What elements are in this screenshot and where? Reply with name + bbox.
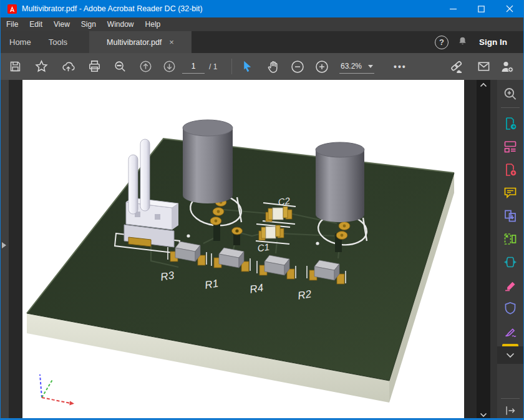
- zoom-out-icon[interactable]: [289, 53, 306, 80]
- page-number-input[interactable]: [182, 59, 205, 74]
- next-page-icon[interactable]: [160, 53, 178, 80]
- comment-icon[interactable]: [497, 181, 523, 204]
- more-tools-icon[interactable]: •••: [394, 53, 407, 80]
- quick-toolbar: / 1 63.2% •••: [1, 53, 523, 80]
- export-pdf-icon[interactable]: [497, 112, 523, 135]
- zoom-level-control[interactable]: 63.2%: [339, 59, 374, 74]
- chevron-down-icon: [368, 65, 373, 68]
- tab-close-icon[interactable]: ×: [169, 38, 174, 46]
- rail-divider-bottom: [501, 398, 520, 399]
- page-total: / 1: [209, 53, 217, 80]
- document-background-right: [464, 80, 477, 420]
- capacitor-cylinder-left: [183, 120, 233, 203]
- compress-pdf-icon[interactable]: [497, 250, 523, 273]
- notification-bell-icon[interactable]: [457, 36, 468, 49]
- scroll-up-icon[interactable]: [480, 82, 487, 87]
- label-c2: C2: [278, 195, 291, 208]
- hand-tool-icon[interactable]: [264, 53, 283, 80]
- scroll-down-icon[interactable]: [480, 413, 487, 418]
- create-pdf-icon[interactable]: [497, 158, 523, 181]
- help-icon[interactable]: ?: [435, 36, 449, 49]
- pcb-3d-view: C2 C1 R3 R1 R4 R2: [22, 80, 464, 420]
- pcb-board: [27, 139, 454, 403]
- share-link-icon[interactable]: [446, 53, 466, 80]
- label-r1: R1: [204, 277, 219, 291]
- close-button[interactable]: [495, 0, 523, 17]
- search-tools-icon[interactable]: [497, 82, 523, 105]
- search-icon[interactable]: [111, 53, 129, 80]
- tab-tools[interactable]: Tools: [40, 37, 76, 47]
- zoom-in-icon[interactable]: [313, 53, 331, 80]
- print-icon[interactable]: [85, 53, 103, 80]
- axis-indicator: [40, 374, 74, 406]
- share-cloud-icon[interactable]: [59, 53, 77, 80]
- previous-page-icon[interactable]: [137, 53, 154, 80]
- document-background-left: [9, 80, 22, 420]
- menu-view[interactable]: View: [48, 17, 75, 31]
- toolbar-separator: [231, 59, 232, 74]
- title-bar: Multivibrator.pdf - Adobe Acrobat Reader…: [1, 0, 523, 17]
- menu-sign[interactable]: Sign: [75, 17, 102, 31]
- tab-document[interactable]: Multivibrator.pdf ×: [89, 31, 192, 53]
- protect-icon[interactable]: [497, 296, 523, 320]
- chevron-down-icon: [506, 353, 515, 358]
- expand-right-pane-icon[interactable]: [497, 401, 523, 420]
- menu-file[interactable]: File: [1, 17, 24, 31]
- minimize-button[interactable]: [439, 0, 467, 17]
- save-icon[interactable]: [7, 53, 23, 80]
- right-gap: [490, 80, 497, 420]
- add-person-icon[interactable]: [497, 53, 517, 80]
- sign-in-button[interactable]: Sign In: [479, 37, 507, 47]
- label-c1: C1: [257, 242, 270, 254]
- label-r3: R3: [160, 269, 175, 283]
- label-r2: R2: [297, 288, 313, 301]
- rail-more-chevron[interactable]: [497, 346, 523, 364]
- main-area: C2 C1 R3 R1 R4 R2: [1, 80, 523, 420]
- tab-home[interactable]: Home: [1, 37, 40, 47]
- capacitor-cylinder-right: [316, 142, 364, 222]
- left-navigation-rail: [1, 80, 9, 420]
- vertical-scrollbar[interactable]: [477, 80, 490, 420]
- rail-divider: [501, 107, 520, 108]
- maximize-button[interactable]: [467, 0, 495, 17]
- select-tool-icon[interactable]: [238, 53, 256, 80]
- tab-document-label: Multivibrator.pdf: [107, 38, 162, 47]
- window-title: Multivibrator.pdf - Adobe Acrobat Reader…: [22, 4, 203, 13]
- combine-files-icon[interactable]: [497, 204, 523, 227]
- star-icon[interactable]: [32, 53, 50, 80]
- redact-icon[interactable]: [497, 273, 523, 296]
- tab-bar: Home Tools Multivibrator.pdf × ? Sign In: [1, 31, 523, 53]
- fill-sign-icon[interactable]: [497, 320, 523, 343]
- acrobat-window: Multivibrator.pdf - Adobe Acrobat Reader…: [0, 0, 524, 420]
- edit-pdf-icon[interactable]: [497, 135, 523, 158]
- expand-left-pane-icon[interactable]: [2, 242, 6, 248]
- menu-edit[interactable]: Edit: [24, 17, 48, 31]
- menu-bar: File Edit View Sign Window Help: [1, 17, 523, 31]
- adobe-pdf-icon: [7, 4, 17, 14]
- organize-pages-icon[interactable]: [497, 227, 523, 250]
- label-r4: R4: [249, 281, 264, 295]
- right-tools-rail: [497, 80, 523, 420]
- menu-window[interactable]: Window: [102, 17, 140, 31]
- zoom-level-value: 63.2%: [341, 62, 362, 71]
- pdf-page[interactable]: C2 C1 R3 R1 R4 R2: [22, 80, 464, 420]
- email-icon[interactable]: [474, 53, 493, 80]
- menu-help[interactable]: Help: [140, 17, 167, 31]
